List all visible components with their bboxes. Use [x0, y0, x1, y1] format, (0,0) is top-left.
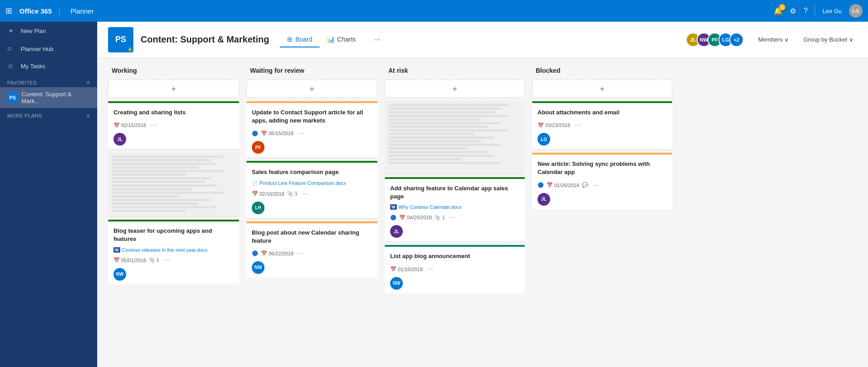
- card-title: List app blog announcement: [390, 252, 519, 260]
- assignee-avatar: NW: [390, 277, 403, 290]
- bucket-waiting: Waiting for review ＋ Update to Contact S…: [246, 65, 377, 360]
- card-update-contact[interactable]: Update to Contact Support article for al…: [246, 101, 377, 157]
- bucket-working: Working ＋ Creating and sharing lists 📅 0…: [108, 65, 239, 360]
- add-task-atrisk[interactable]: ＋: [385, 80, 525, 98]
- add-task-waiting[interactable]: ＋: [246, 80, 377, 98]
- card-footer: PF: [252, 141, 372, 154]
- calendar-icon: 📅: [390, 266, 396, 272]
- my-tasks-item[interactable]: ☆ My Tasks: [0, 57, 97, 75]
- plan-name: Content: Support & Mark...: [22, 91, 90, 104]
- card-footer: NW: [113, 268, 234, 281]
- home-icon: ○: [7, 45, 16, 53]
- assignee-avatar: JL: [390, 225, 403, 238]
- add-task-working[interactable]: ＋: [108, 80, 239, 98]
- calendar-icon: 📅: [113, 122, 120, 128]
- card-attachments-email[interactable]: About attachments and email 📅 03/23/2018…: [532, 101, 672, 149]
- member-avatars: JL NW PF LG +2: [686, 33, 744, 47]
- card-title: Blog post about new Calendar sharing fea…: [252, 229, 372, 245]
- plan-badge: PS: [7, 92, 18, 103]
- calendar-icon: 📅: [399, 215, 406, 221]
- card-title: Sales feature comparison page: [252, 168, 372, 176]
- card-color-bar: [385, 245, 525, 247]
- card-more-button[interactable]: ···: [591, 180, 600, 190]
- card-blog-calendar[interactable]: Blog post about new Calendar sharing fea…: [246, 221, 377, 278]
- card-list-blog-announce[interactable]: List app blog announcement 📅 01/10/2018 …: [385, 245, 525, 293]
- card-footer: LG: [538, 133, 667, 146]
- card-meta: 🔵 📅 01/26/2018 💬 ···: [538, 180, 667, 190]
- card-sync-problems[interactable]: New article: Solving sync problems with …: [532, 153, 672, 209]
- more-plans-section[interactable]: More plans ∨: [0, 108, 97, 120]
- card-attachment: W Why Contoso Calendar.docx: [390, 204, 519, 210]
- user-name[interactable]: Lee Gu: [822, 8, 842, 14]
- card-more-button[interactable]: ···: [573, 120, 582, 130]
- card-sales-feature[interactable]: Sales feature comparison page 📄 Product …: [246, 161, 377, 217]
- card-title: About attachments and email: [538, 108, 667, 117]
- card-preview-working[interactable]: [108, 153, 239, 216]
- tab-charts[interactable]: 📊 Charts: [320, 32, 363, 47]
- card-title: New article: Solving sync problems with …: [538, 160, 667, 176]
- assignee-avatar: PF: [252, 141, 264, 154]
- card-more-button[interactable]: ···: [300, 189, 310, 199]
- preview-lines: [108, 153, 239, 216]
- card-more-button[interactable]: ···: [149, 120, 158, 130]
- card-blog-teaser[interactable]: Blog teaser for upcoming apps and featur…: [108, 220, 239, 284]
- add-task-blocked[interactable]: ＋: [532, 80, 672, 98]
- card-more-button[interactable]: ···: [296, 249, 306, 259]
- board-icon: ⊞: [287, 36, 292, 43]
- tab-board[interactable]: ⊞ Board: [280, 32, 319, 47]
- waffle-icon[interactable]: ⊞: [5, 6, 12, 16]
- card-attachment: W Contoso releases in the next year.docx: [113, 247, 234, 253]
- bucket-waiting-header: Waiting for review: [246, 65, 377, 76]
- sidebar: ＋ New Plan ○ Planner Hub ☆ My Tasks Favo…: [0, 22, 97, 367]
- bucket-working-cards: Creating and sharing lists 📅 02/15/2018 …: [108, 101, 239, 284]
- calendar-icon: 📅: [113, 257, 120, 263]
- card-preview-image: [108, 153, 239, 216]
- card-meta: 📅 02/15/2018 ···: [113, 120, 234, 130]
- card-more-button[interactable]: ···: [296, 128, 306, 138]
- notification-badge: 1: [779, 4, 785, 10]
- card-more-button[interactable]: ···: [425, 264, 435, 274]
- assignee-avatar: JL: [113, 133, 126, 146]
- new-plan-label: New Plan: [21, 28, 46, 34]
- assignee-avatar: NW: [113, 268, 126, 281]
- card-color-bar: [532, 153, 672, 155]
- card-meta: 📅 05/01/2018 📎 1 ···: [113, 255, 234, 265]
- planner-label[interactable]: Planner: [63, 7, 94, 15]
- calendar-icon: 📅: [538, 122, 544, 128]
- card-add-sharing-calendar[interactable]: Add sharing feature to Calendar app sale…: [385, 177, 525, 241]
- card-footer: JL: [538, 193, 667, 206]
- nav-separator: [815, 5, 815, 16]
- calendar-icon: 📅: [252, 191, 258, 197]
- favorites-chevron: ∧: [86, 80, 90, 85]
- card-meta: 📅 02/16/2018 📎 1 ···: [252, 189, 372, 199]
- card-meta: 🔵 📅 06/22/2018 ···: [252, 249, 372, 259]
- card-more-button[interactable]: ···: [448, 212, 457, 222]
- card-more-button[interactable]: ···: [162, 255, 171, 265]
- card-preview-atrisk[interactable]: [385, 101, 525, 174]
- planner-hub-item[interactable]: ○ Planner Hub: [0, 40, 97, 57]
- card-color-bar: [108, 101, 239, 103]
- favorites-section[interactable]: Favorites ∧: [0, 75, 97, 87]
- notification-icon[interactable]: 🔔 1: [774, 7, 783, 15]
- office365-label[interactable]: Office 365: [19, 7, 60, 15]
- my-tasks-label: My Tasks: [21, 63, 45, 70]
- status-icon: 🔵: [252, 250, 258, 256]
- comment-icon: 💬: [582, 182, 588, 188]
- card-footer: JL: [390, 225, 519, 238]
- content-plan-item[interactable]: PS Content: Support & Mark...: [0, 87, 97, 108]
- group-by-button[interactable]: Group by Bucket ∨: [800, 34, 857, 45]
- members-button[interactable]: Members ∨: [755, 34, 793, 45]
- tasks-icon: ☆: [7, 62, 16, 71]
- help-icon[interactable]: ?: [803, 7, 807, 15]
- card-creating-sharing-lists[interactable]: Creating and sharing lists 📅 02/15/2018 …: [108, 101, 239, 149]
- avatar-overflow[interactable]: +2: [729, 33, 744, 47]
- card-title: Add sharing feature to Calendar app sale…: [390, 184, 519, 201]
- new-plan-item[interactable]: ＋ New Plan: [0, 22, 97, 40]
- plan-icon: PS 🔒: [108, 27, 133, 52]
- more-options-button[interactable]: ···: [370, 33, 384, 46]
- plan-header: PS 🔒 Content: Support & Marketing ⊞ Boar…: [97, 22, 868, 58]
- card-footer: NW: [390, 277, 519, 290]
- user-avatar[interactable]: LG: [849, 4, 863, 18]
- settings-icon[interactable]: ⚙: [790, 7, 796, 15]
- status-icon: 🔵: [390, 215, 396, 221]
